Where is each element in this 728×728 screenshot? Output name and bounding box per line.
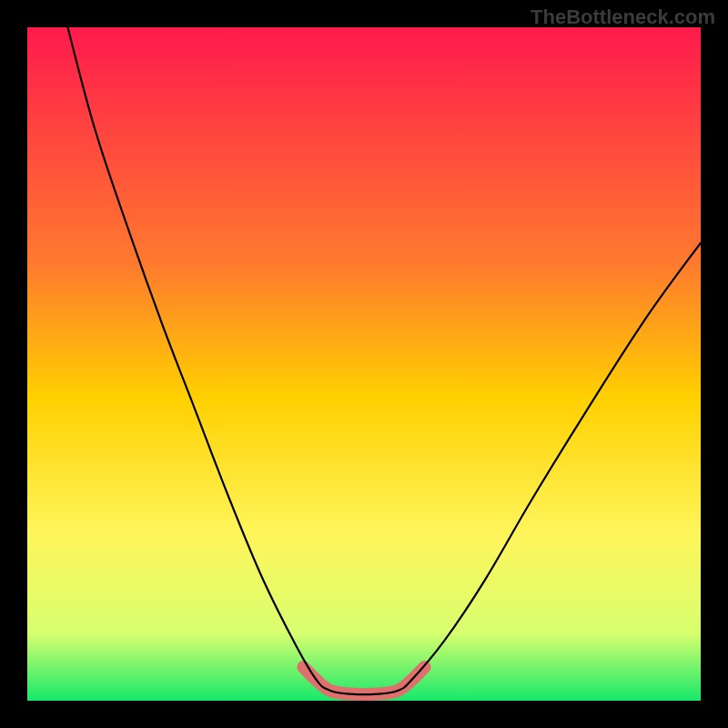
gradient-background (27, 27, 701, 701)
chart-svg (27, 27, 701, 701)
chart-frame (27, 27, 701, 701)
watermark-text: TheBottleneck.com (531, 5, 715, 29)
